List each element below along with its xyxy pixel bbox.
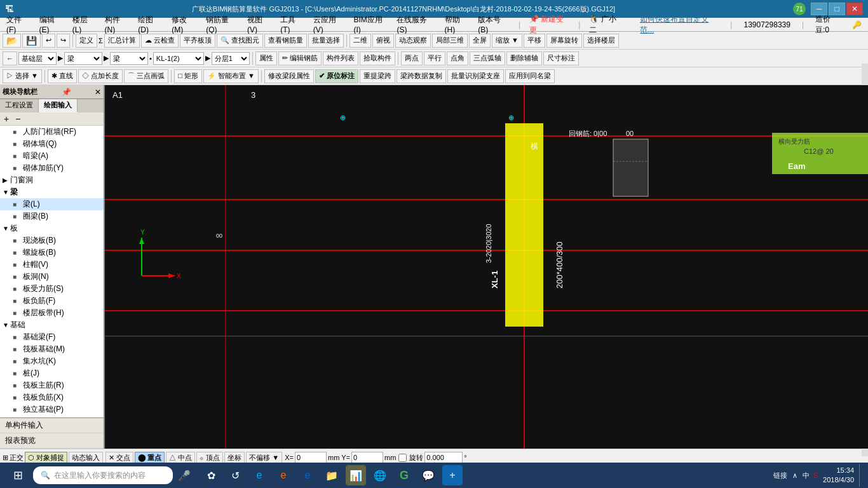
tree-item-slabstress[interactable]: ■板受力筋(S) — [0, 283, 104, 295]
tb1-partial3d[interactable]: 局部三维 — [432, 34, 468, 48]
tb1-find-elem[interactable]: 🔍 查找图元 — [217, 34, 263, 48]
tb3-rect[interactable]: □ 矩形 — [174, 69, 202, 83]
tree-item-raftrebar[interactable]: ■筏板主筋(R) — [0, 379, 104, 391]
taskbar-icon-ie[interactable]: e — [249, 465, 269, 485]
tree-item-foundbeam[interactable]: ■基础梁(F) — [0, 331, 104, 343]
breadcrumb-subtype[interactable]: 梁 — [110, 52, 148, 65]
taskbar-icon-app1[interactable]: 📊 — [346, 465, 366, 485]
tb1-batch-sel[interactable]: 批量选择 — [308, 34, 344, 48]
systray-expand[interactable]: ∧ — [792, 471, 797, 480]
menu-file[interactable]: 文件(F) — [3, 13, 34, 36]
nav-close-icon[interactable]: ✕ — [95, 88, 101, 97]
menu-draw[interactable]: 绘图(D) — [134, 13, 166, 36]
tb3-line[interactable]: ✱ 直线 — [48, 69, 77, 83]
tb2-parallel[interactable]: 平行 — [424, 51, 445, 65]
tb1-undo[interactable]: ↩ — [42, 34, 55, 48]
tree-item-slabneg[interactable]: ■板负筋(F) — [0, 295, 104, 307]
taskbar-icon-plus[interactable]: + — [442, 465, 463, 485]
snap-nooffset-btn[interactable]: 不偏移 ▼ — [246, 452, 282, 464]
tb3-smart[interactable]: ⚡ 智能布置 ▼ — [203, 69, 259, 83]
tb1-fullscreen[interactable]: 全屏 — [469, 34, 491, 48]
menu-view[interactable]: 视图(V) — [243, 13, 275, 36]
taskbar-icon-flower[interactable]: ✿ — [201, 465, 221, 485]
breadcrumb-layer[interactable]: 基础层 — [18, 52, 57, 65]
tb1-topview[interactable]: 俯视 — [372, 34, 394, 48]
show-desktop-btn[interactable] — [859, 464, 863, 487]
tree-item-conbeam[interactable]: ■暗梁(A) — [0, 150, 104, 162]
draw-area[interactable]: A1 3 ⊕ ⊕ XL-1 3-2020|3020 200*4 — [105, 85, 868, 449]
x-input[interactable] — [295, 452, 327, 463]
tree-item-masonryrebar[interactable]: ■砌体加筋(Y) — [0, 162, 104, 174]
tb1-cloud-check[interactable]: ☁ 云检查 — [141, 34, 179, 48]
breadcrumb-type[interactable]: 梁 — [64, 52, 102, 65]
tree-item-sump[interactable]: ■集水坑(K) — [0, 355, 104, 367]
breadcrumb-layer2[interactable]: 分层1 — [212, 52, 250, 65]
snap-cross-btn[interactable]: ✕ 交点 — [105, 452, 133, 464]
tb1-define[interactable]: 定义 — [76, 34, 97, 48]
menu-online[interactable]: 在线服务(S) — [393, 13, 439, 36]
tree-item-castslab[interactable]: ■现浇板(B) — [0, 234, 104, 247]
tb2-complist[interactable]: 构件列表 — [323, 51, 358, 65]
tb1-zoom[interactable]: 缩放 ▼ — [492, 34, 522, 48]
snap-object-btn[interactable]: ⬡ 对象捕捉 — [25, 452, 67, 464]
menu-help-link[interactable]: 如何快速布置自定义范... — [636, 13, 722, 37]
taskbar-icon-ie2[interactable]: e — [273, 465, 294, 485]
taskbar-icon-earth[interactable]: 🌐 — [370, 465, 390, 485]
tb1-dynamic[interactable]: 动态观察 — [395, 34, 431, 48]
snap-vertex-btn[interactable]: ⬦ 顶点 — [196, 452, 223, 464]
tb1-rotate[interactable]: 屏幕旋转 — [546, 34, 582, 48]
tb2-twopoint[interactable]: 两点 — [401, 51, 423, 65]
start-button[interactable]: ⊞ — [5, 464, 31, 487]
search-box[interactable]: 🔍 在这里输入你要搜索的内容 — [33, 466, 173, 484]
report-preview[interactable]: 报表预览 — [0, 433, 104, 449]
tree-item-spiralslab[interactable]: ■螺旋板(B) — [0, 247, 104, 259]
menu-help[interactable]: 帮助(H) — [441, 13, 473, 36]
menu-bim[interactable]: BIM应用(I) — [349, 13, 391, 36]
tree-item-slabhole[interactable]: ■板洞(N) — [0, 271, 104, 283]
tree-item-beam[interactable]: ■梁(L) — [0, 198, 104, 210]
tb1-save[interactable]: 💾 — [22, 34, 41, 48]
tree-item-raftneg[interactable]: ■筏板负筋(X) — [0, 391, 104, 403]
menu-floor[interactable]: 楼层(L) — [69, 13, 100, 36]
menu-tools[interactable]: 工具(T) — [276, 13, 308, 36]
systray-link[interactable]: 链接 — [773, 471, 787, 480]
tb3-mod-seg[interactable]: 修改梁段属性 — [264, 69, 314, 83]
tb1-view-rebar[interactable]: 查看钢筋量 — [264, 34, 307, 48]
tb2-del-aux[interactable]: 删除辅轴 — [506, 51, 542, 65]
menu-component[interactable]: 构件(N) — [101, 13, 133, 36]
tree-item-floorband[interactable]: ■楼层板带(H) — [0, 307, 104, 319]
tb2-back[interactable]: ← — [3, 51, 17, 65]
tb1-summary[interactable]: 汇总计算 — [104, 34, 140, 48]
tree-group-beam[interactable]: ▼梁 — [0, 186, 104, 198]
dynamic-input-btn[interactable]: 动态输入 — [69, 452, 103, 464]
tree-group-window[interactable]: ▶门窗洞 — [0, 174, 104, 186]
taskbar-icon-g[interactable]: G — [394, 465, 414, 485]
nav-minus-icon[interactable]: − — [13, 114, 23, 124]
rotate-checkbox[interactable] — [398, 454, 407, 462]
menu-version[interactable]: 版本号(B) — [474, 13, 513, 36]
tb1-pan[interactable]: 平移 — [524, 34, 545, 48]
tree-item-ringbeam[interactable]: ■圈梁(B) — [0, 210, 104, 222]
rotate-input[interactable] — [424, 452, 463, 463]
menu-modify[interactable]: 修改(M) — [168, 13, 201, 36]
tb1-redo[interactable]: ↪ — [57, 34, 70, 48]
snap-center-btn[interactable]: ⬤ 重点 — [135, 452, 165, 464]
tb2-pointangle[interactable]: 点角 — [447, 51, 468, 65]
taskbar-icon-chat[interactable]: 💬 — [418, 465, 438, 485]
tree-item-raftfound[interactable]: ■筏板基础(M) — [0, 343, 104, 355]
tb2-pick[interactable]: 拾取构件 — [360, 51, 395, 65]
tree-item-colcap[interactable]: ■柱帽(V) — [0, 259, 104, 271]
tb2-dim[interactable]: 尺寸标注 — [543, 51, 579, 65]
tb2-property[interactable]: 属性 — [255, 51, 277, 65]
tab-draw-input[interactable]: 绘图输入 — [39, 99, 78, 112]
tb3-arc[interactable]: ⌒ 三点画弧 — [124, 69, 168, 83]
tb1-open[interactable]: 📂 — [3, 34, 21, 48]
tree-item-rfwall[interactable]: ■人防门框墙(RF) — [0, 126, 104, 138]
snap-coord-btn[interactable]: 坐标 — [224, 452, 245, 464]
tb3-re-span[interactable]: 重提梁跨 — [360, 69, 395, 83]
voice-icon[interactable]: 🎤 — [175, 467, 193, 484]
tree-group-slab[interactable]: ▼板 — [0, 222, 104, 234]
tree-item-pile[interactable]: ■桩(J) — [0, 367, 104, 379]
snap-midpoint-btn[interactable]: △ 中点 — [166, 452, 195, 464]
tb3-select[interactable]: ▷ 选择 ▼ — [3, 69, 42, 83]
